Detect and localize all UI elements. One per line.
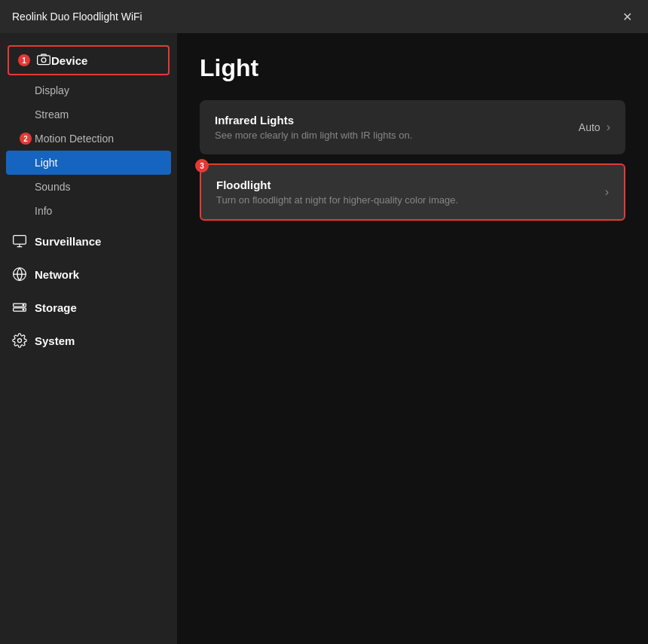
sidebar-item-system[interactable]: System xyxy=(0,325,177,356)
floodlight-badge: 3 xyxy=(195,159,209,172)
floodlight-card-wrapper: 3 Floodlight Turn on floodlight at night… xyxy=(200,163,625,221)
main-content: 1 Device Display Stream 2 xyxy=(0,33,648,644)
app-window: Reolink Duo Floodlight WiFi ✕ 1 Device xyxy=(0,0,648,644)
titlebar: Reolink Duo Floodlight WiFi ✕ xyxy=(0,0,648,33)
sidebar-section-system: System xyxy=(0,325,177,356)
sidebar-item-light[interactable]: Light xyxy=(6,151,171,175)
sidebar: 1 Device Display Stream 2 xyxy=(0,33,177,644)
infrared-lights-value: Auto xyxy=(579,121,601,133)
window-title: Reolink Duo Floodlight WiFi xyxy=(12,11,142,23)
device-sub-items: Display Stream 2 Motion Detection Light … xyxy=(0,78,177,223)
svg-rect-0 xyxy=(38,56,50,65)
floodlight-right: › xyxy=(605,185,609,199)
camera-icon xyxy=(36,51,51,69)
svg-point-8 xyxy=(18,339,22,343)
device-badge: 1 xyxy=(18,54,30,66)
storage-label: Storage xyxy=(35,301,77,314)
sidebar-item-sounds[interactable]: Sounds xyxy=(0,175,177,199)
infrared-lights-right: Auto › xyxy=(579,121,610,134)
system-label: System xyxy=(35,334,75,347)
sidebar-section-surveillance: Surveillance xyxy=(0,226,177,256)
surveillance-label: Surveillance xyxy=(35,235,101,248)
system-icon xyxy=(12,333,27,348)
device-label: Device xyxy=(51,54,87,67)
floodlight-chevron: › xyxy=(605,185,609,199)
motion-detection-badge: 2 xyxy=(20,133,32,145)
sidebar-section-storage: Storage xyxy=(0,292,177,322)
sidebar-item-storage[interactable]: Storage xyxy=(0,292,177,322)
sidebar-item-stream[interactable]: Stream xyxy=(0,102,177,127)
floodlight-desc: Turn on floodlight at night for higher-q… xyxy=(216,194,605,206)
close-button[interactable]: ✕ xyxy=(618,8,636,26)
sidebar-item-device[interactable]: 1 Device xyxy=(8,45,170,75)
main-panel: Light Infrared Lights See more clearly i… xyxy=(177,33,648,644)
floodlight-title: Floodlight xyxy=(216,179,605,191)
sidebar-item-motion-detection[interactable]: 2 Motion Detection xyxy=(0,127,177,151)
surveillance-icon xyxy=(12,233,27,249)
svg-rect-2 xyxy=(14,236,26,245)
sidebar-item-network[interactable]: Network xyxy=(0,259,177,289)
sidebar-item-info[interactable]: Info xyxy=(0,199,177,223)
infrared-lights-title: Infrared Lights xyxy=(215,114,579,127)
infrared-lights-left: Infrared Lights See more clearly in dim … xyxy=(215,114,579,141)
floodlight-left: Floodlight Turn on floodlight at night f… xyxy=(216,179,605,206)
svg-point-7 xyxy=(23,309,24,310)
storage-icon xyxy=(12,300,27,315)
sidebar-item-surveillance[interactable]: Surveillance xyxy=(0,226,177,256)
network-label: Network xyxy=(35,268,79,281)
infrared-lights-chevron: › xyxy=(607,121,610,134)
network-icon xyxy=(12,267,27,282)
infrared-lights-desc: See more clearly in dim light with IR li… xyxy=(215,130,579,141)
page-title: Light xyxy=(200,54,625,82)
sidebar-section-network: Network xyxy=(0,259,177,289)
sidebar-section-device: 1 Device Display Stream 2 xyxy=(0,45,177,223)
infrared-lights-item[interactable]: Infrared Lights See more clearly in dim … xyxy=(200,100,625,154)
sidebar-item-display[interactable]: Display xyxy=(0,78,177,102)
svg-point-1 xyxy=(41,58,46,63)
floodlight-item[interactable]: 3 Floodlight Turn on floodlight at night… xyxy=(200,163,625,221)
infrared-lights-card: Infrared Lights See more clearly in dim … xyxy=(200,100,625,154)
svg-point-6 xyxy=(23,304,24,306)
